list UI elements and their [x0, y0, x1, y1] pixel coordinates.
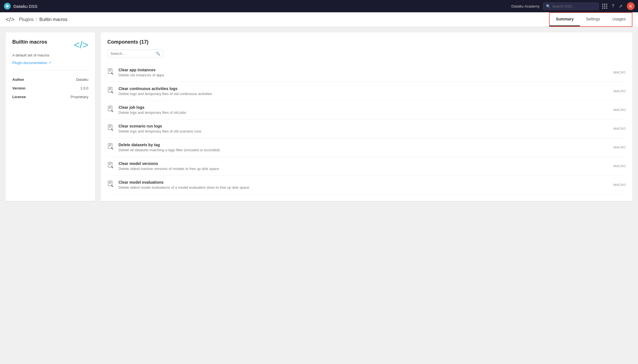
svg-rect-23	[109, 164, 111, 164]
component-description: Delete logs and temporary files of old c…	[119, 92, 609, 96]
license-label: License	[12, 95, 26, 99]
components-title: Components (17)	[107, 39, 626, 45]
academy-link[interactable]: Dataiku Academy	[511, 4, 540, 8]
component-badge: MACRO	[614, 183, 626, 186]
version-value: 1.0.0	[80, 86, 88, 90]
svg-rect-12	[109, 108, 110, 109]
search-input[interactable]	[552, 4, 596, 8]
svg-rect-8	[109, 90, 110, 90]
component-item[interactable]: Clear model evaluations Delete oldest mo…	[107, 176, 626, 194]
tab-settings[interactable]: Settings	[580, 13, 606, 26]
component-macro-icon	[107, 181, 114, 189]
component-name: Delete datasets by tag	[119, 143, 609, 147]
user-avatar[interactable]: K	[627, 2, 635, 10]
components-search-input[interactable]	[110, 51, 154, 56]
breadcrumb-current: Builtin macros	[39, 17, 67, 22]
components-search-box[interactable]: 🔍	[107, 49, 163, 58]
component-info: Clear model evaluations Delete oldest mo…	[119, 180, 609, 190]
component-description: Delete old instances of apps	[119, 73, 609, 77]
topbar-icons: ? ↗ K	[602, 2, 635, 10]
component-list: Clear app instances Delete old instances…	[107, 63, 626, 194]
svg-rect-18	[109, 144, 111, 145]
component-item[interactable]: Delete datasets by tag Delete all datase…	[107, 138, 626, 157]
component-info: Delete datasets by tag Delete all datase…	[119, 143, 609, 152]
svg-rect-14	[109, 126, 111, 126]
component-badge: MACRO	[614, 71, 626, 74]
component-item[interactable]: Clear job logs Delete logs and temporary…	[107, 101, 626, 119]
app-title: Dataiku DSS	[13, 4, 37, 9]
breadcrumb: Plugins / Builtin macros	[19, 17, 67, 22]
component-badge: MACRO	[614, 127, 626, 130]
search-icon: 🔍	[546, 4, 550, 8]
component-macro-icon	[107, 162, 114, 171]
global-search[interactable]: 🔍	[543, 3, 599, 10]
component-macro-icon	[107, 124, 114, 133]
component-description: Delete logs and temporary files of old s…	[119, 129, 609, 133]
svg-rect-22	[109, 163, 111, 164]
component-badge: MACRO	[614, 108, 626, 112]
svg-rect-11	[109, 108, 111, 108]
dataiku-logo-icon	[3, 2, 11, 10]
license-value: Proprietary	[70, 95, 88, 99]
component-info: Clear scenario run logs Delete logs and …	[119, 124, 609, 133]
component-item[interactable]: Clear scenario run logs Delete logs and …	[107, 119, 626, 138]
component-name: Clear model versions	[119, 161, 609, 166]
svg-rect-7	[109, 89, 111, 89]
plugin-card: Builtin macros </> A default set of macr…	[6, 32, 95, 201]
component-badge: MACRO	[614, 89, 626, 93]
svg-rect-6	[109, 88, 111, 89]
component-description: Delete logs and temporary files of old j…	[119, 110, 609, 115]
component-badge: MACRO	[614, 164, 626, 168]
component-description: Delete all datasets matching a tags filt…	[119, 148, 609, 152]
component-description: Delete oldest inactive versions of model…	[119, 167, 609, 171]
component-name: Clear model evaluations	[119, 180, 609, 185]
svg-rect-16	[109, 127, 110, 128]
component-item[interactable]: Clear app instances Delete old instances…	[107, 63, 626, 82]
svg-rect-24	[109, 165, 110, 165]
app-logo[interactable]: Dataiku DSS	[3, 2, 37, 10]
author-label: Author	[12, 77, 24, 82]
component-info: Clear continuous activities logs Delete …	[119, 86, 609, 96]
components-panel: Components (17) 🔍 Clear app instances De…	[101, 32, 632, 201]
component-item[interactable]: Clear continuous activities logs Delete …	[107, 82, 626, 101]
version-label: Version	[12, 86, 25, 90]
component-name: Clear continuous activities logs	[119, 86, 609, 91]
components-search-icon: 🔍	[156, 51, 160, 56]
component-name: Clear scenario run logs	[119, 124, 609, 128]
breadcrumb-separator: /	[36, 17, 37, 22]
svg-rect-10	[109, 107, 111, 107]
tab-usages[interactable]: Usages	[606, 13, 632, 26]
external-link-icon[interactable]: ↗	[619, 4, 622, 9]
breadcrumb-plugins[interactable]: Plugins	[19, 17, 34, 22]
plugin-description: A default set of macros	[12, 53, 88, 57]
svg-rect-27	[109, 183, 111, 183]
topbar: Dataiku DSS Dataiku Academy 🔍 ? ↗ K	[0, 0, 638, 12]
svg-rect-20	[109, 146, 110, 146]
component-name: Clear app instances	[119, 68, 609, 72]
breadcrumb-bar: </> Plugins / Builtin macros Summary Set…	[0, 12, 638, 27]
component-info: Clear app instances Delete old instances…	[119, 68, 609, 77]
svg-rect-4	[109, 71, 110, 72]
author-value: Dataiku	[76, 77, 88, 82]
meta-author-row: Author Dataiku	[12, 75, 88, 84]
meta-version-row: Version 1.0.0	[12, 84, 88, 93]
component-name: Clear job logs	[119, 105, 609, 110]
help-icon[interactable]: ?	[612, 4, 614, 9]
plugin-code-icon: </>	[6, 16, 15, 23]
plugin-card-header: Builtin macros </>	[12, 39, 88, 51]
component-macro-icon	[107, 143, 114, 152]
svg-rect-15	[109, 126, 111, 127]
component-badge: MACRO	[614, 146, 626, 149]
plugin-meta: Author Dataiku Version 1.0.0 License Pro…	[12, 70, 88, 101]
plugin-title: Builtin macros	[12, 39, 47, 45]
meta-license-row: License Proprietary	[12, 93, 88, 101]
tab-summary[interactable]: Summary	[550, 13, 580, 26]
main-content: Builtin macros </> A default set of macr…	[0, 27, 638, 207]
plugin-doc-link[interactable]: Plugin documentation ↗	[12, 61, 88, 65]
component-macro-icon	[107, 106, 114, 114]
svg-rect-3	[109, 70, 111, 71]
tab-area: Summary Settings Usages	[549, 12, 632, 27]
component-item[interactable]: Clear model versions Delete oldest inact…	[107, 157, 626, 176]
apps-grid-icon[interactable]	[602, 4, 607, 9]
svg-rect-19	[109, 145, 111, 146]
